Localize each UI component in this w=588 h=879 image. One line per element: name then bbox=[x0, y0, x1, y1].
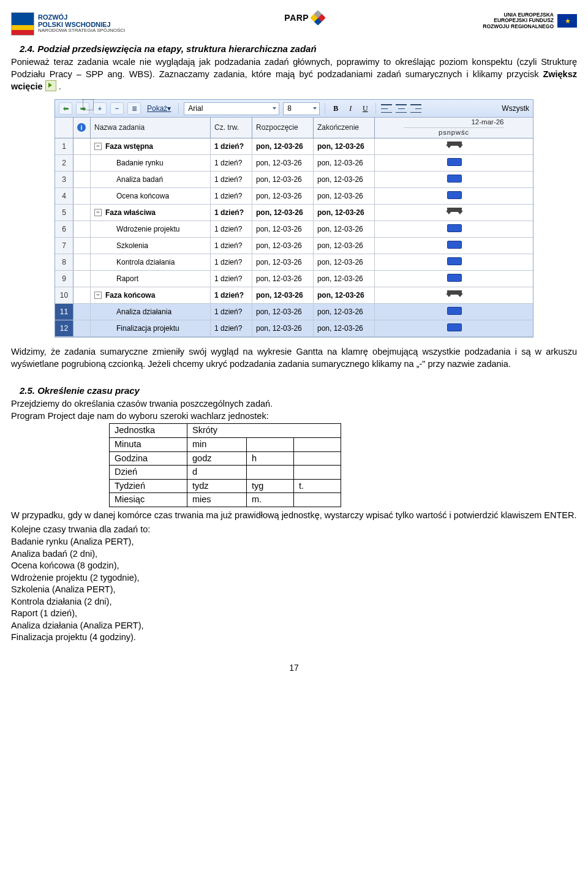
end-cell[interactable]: pon, 12-03-26 bbox=[314, 238, 375, 254]
task-name-cell[interactable]: −Faza wstępna bbox=[91, 138, 211, 155]
collapse-toggle[interactable]: − bbox=[94, 292, 102, 299]
end-cell[interactable]: pon, 12-03-26 bbox=[314, 254, 375, 271]
duration-cell[interactable]: 1 dzień? bbox=[211, 155, 252, 172]
end-cell[interactable]: pon, 12-03-26 bbox=[314, 138, 375, 155]
gantt-task-bar bbox=[447, 175, 462, 183]
row-number[interactable]: 3 bbox=[55, 172, 74, 188]
wbs-button[interactable]: ≣ bbox=[127, 102, 141, 115]
task-name-cell[interactable]: Wdrożenie projektu bbox=[91, 221, 211, 238]
start-cell[interactable]: pon, 12-03-26 bbox=[252, 205, 314, 221]
task-name-cell[interactable]: Badanie rynku bbox=[91, 155, 211, 172]
show-dropdown[interactable]: Pokaż▾ bbox=[145, 104, 173, 113]
task-name-cell[interactable]: Analiza badań bbox=[91, 172, 211, 188]
duration-cell[interactable]: 1 dzień? bbox=[211, 188, 252, 205]
align-right-button[interactable] bbox=[410, 103, 421, 114]
start-cell[interactable]: pon, 12-03-26 bbox=[252, 254, 314, 271]
row-number[interactable]: 2 bbox=[55, 155, 74, 172]
start-cell[interactable]: pon, 12-03-26 bbox=[252, 138, 314, 155]
row-number[interactable]: 10 bbox=[55, 287, 74, 304]
s25-p4: Kolejne czasy trwania dla zadań to: bbox=[11, 524, 577, 536]
end-cell[interactable]: pon, 12-03-26 bbox=[314, 287, 375, 304]
col-end[interactable]: Zakończenie bbox=[314, 118, 375, 138]
gantt-cell bbox=[375, 138, 533, 155]
row-number[interactable]: 6 bbox=[55, 221, 74, 238]
col-duration[interactable]: Cz. trw. bbox=[211, 118, 252, 138]
duration-cell[interactable]: 1 dzień? bbox=[211, 172, 252, 188]
row-info-cell[interactable] bbox=[74, 271, 91, 287]
end-cell[interactable]: pon, 12-03-26 bbox=[314, 320, 375, 337]
row-info-cell[interactable] bbox=[74, 172, 91, 188]
end-cell[interactable]: pon, 12-03-26 bbox=[314, 205, 375, 221]
italic-button[interactable]: I bbox=[345, 104, 356, 113]
start-cell[interactable]: pon, 12-03-26 bbox=[252, 221, 314, 238]
duration-cell[interactable]: 1 dzień? bbox=[211, 271, 252, 287]
align-left-button[interactable] bbox=[381, 103, 392, 114]
task-name-cell[interactable]: Kontrola działania bbox=[91, 254, 211, 271]
expand-button[interactable]: + bbox=[93, 102, 107, 115]
start-cell[interactable]: pon, 12-03-26 bbox=[252, 320, 314, 337]
row-number[interactable]: 1 bbox=[55, 138, 74, 155]
task-name-cell[interactable]: Szkolenia bbox=[91, 238, 211, 254]
start-cell[interactable]: pon, 12-03-26 bbox=[252, 287, 314, 304]
start-cell[interactable]: pon, 12-03-26 bbox=[252, 304, 314, 320]
duration-cell[interactable]: 1 dzień? bbox=[211, 287, 252, 304]
duration-cell[interactable]: 1 dzień? bbox=[211, 138, 252, 155]
col-start[interactable]: Rozpoczęcie bbox=[252, 118, 314, 138]
row-number[interactable]: 11 bbox=[55, 304, 74, 320]
row-number[interactable]: 8 bbox=[55, 254, 74, 271]
task-name-cell[interactable]: Ocena końcowa bbox=[91, 188, 211, 205]
duration-cell[interactable]: 1 dzień? bbox=[211, 320, 252, 337]
row-info-cell[interactable] bbox=[74, 287, 91, 304]
align-center-button[interactable] bbox=[396, 103, 407, 114]
duration-cell[interactable]: 1 dzień? bbox=[211, 254, 252, 271]
end-cell[interactable]: pon, 12-03-26 bbox=[314, 188, 375, 205]
row-number[interactable]: 4 bbox=[55, 188, 74, 205]
row-number[interactable]: 12 bbox=[55, 320, 74, 337]
outdent-button[interactable]: ⬅ bbox=[59, 102, 72, 115]
bold-button[interactable]: B bbox=[330, 104, 341, 113]
task-name-cell[interactable]: Analiza działania bbox=[91, 304, 211, 320]
filter-label[interactable]: Wszystk bbox=[502, 104, 529, 113]
duration-cell[interactable]: 1 dzień? bbox=[211, 304, 252, 320]
duration-cell[interactable]: 1 dzień? bbox=[211, 238, 252, 254]
end-cell[interactable]: pon, 12-03-26 bbox=[314, 155, 375, 172]
end-cell[interactable]: pon, 12-03-26 bbox=[314, 221, 375, 238]
row-info-cell[interactable] bbox=[74, 238, 91, 254]
start-cell[interactable]: pon, 12-03-26 bbox=[252, 271, 314, 287]
row-info-cell[interactable] bbox=[74, 205, 91, 221]
start-cell[interactable]: pon, 12-03-26 bbox=[252, 188, 314, 205]
start-cell[interactable]: pon, 12-03-26 bbox=[252, 155, 314, 172]
row-info-cell[interactable] bbox=[74, 254, 91, 271]
duration-cell[interactable]: 1 dzień? bbox=[211, 205, 252, 221]
end-cell[interactable]: pon, 12-03-26 bbox=[314, 172, 375, 188]
row-info-cell[interactable] bbox=[74, 188, 91, 205]
row-number[interactable]: 7 bbox=[55, 238, 74, 254]
row-info-cell[interactable] bbox=[74, 304, 91, 320]
font-size-select[interactable]: 8 bbox=[283, 102, 320, 115]
end-cell[interactable]: pon, 12-03-26 bbox=[314, 304, 375, 320]
col-rownum[interactable] bbox=[55, 118, 74, 138]
row-number[interactable]: 9 bbox=[55, 271, 74, 287]
collapse-toggle[interactable]: − bbox=[94, 143, 102, 150]
col-name[interactable]: Nazwa zadania bbox=[91, 118, 211, 138]
task-name-cell[interactable]: −Faza końcowa bbox=[91, 287, 211, 304]
collapse-button[interactable]: − bbox=[110, 102, 124, 115]
start-cell[interactable]: pon, 12-03-26 bbox=[252, 172, 314, 188]
row-number[interactable]: 5 bbox=[55, 205, 74, 221]
task-name-cell[interactable]: Raport bbox=[91, 271, 211, 287]
underline-button[interactable]: U bbox=[360, 104, 371, 113]
start-cell[interactable]: pon, 12-03-26 bbox=[252, 238, 314, 254]
col-info[interactable]: i bbox=[74, 118, 91, 138]
font-select[interactable]: Arial bbox=[184, 102, 279, 115]
collapse-toggle[interactable]: − bbox=[94, 209, 102, 216]
row-info-cell[interactable] bbox=[74, 155, 91, 172]
page-number: 17 bbox=[11, 662, 577, 674]
duration-cell[interactable]: 1 dzień? bbox=[211, 221, 252, 238]
task-name-cell[interactable]: Finalizacja projektu bbox=[91, 320, 211, 337]
row-info-cell[interactable] bbox=[74, 320, 91, 337]
row-info-cell[interactable] bbox=[74, 221, 91, 238]
indent-button[interactable]: ➡ bbox=[76, 102, 89, 115]
end-cell[interactable]: pon, 12-03-26 bbox=[314, 271, 375, 287]
task-name-cell[interactable]: −Faza właściwa bbox=[91, 205, 211, 221]
row-info-cell[interactable] bbox=[74, 138, 91, 155]
